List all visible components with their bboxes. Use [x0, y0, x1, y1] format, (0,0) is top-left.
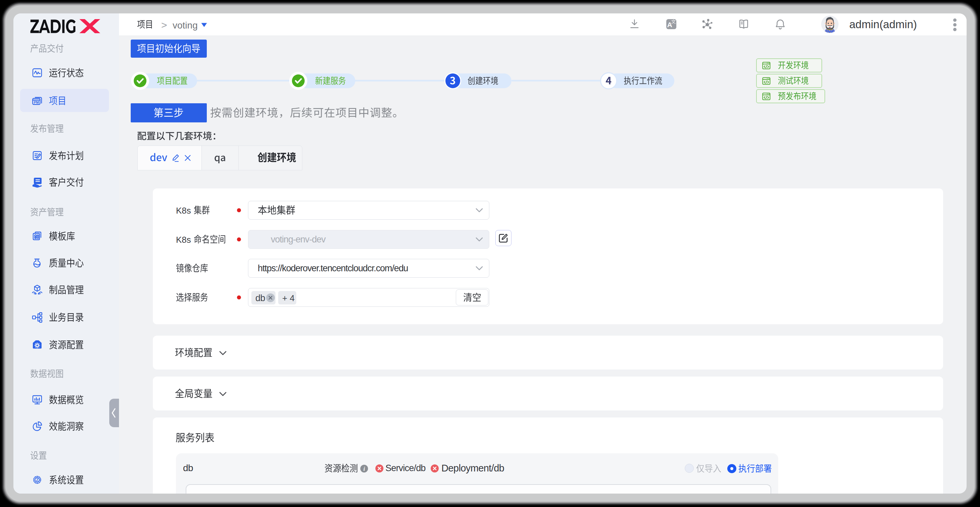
- svg-text:Z: Z: [36, 478, 38, 482]
- svg-text:A: A: [667, 21, 672, 29]
- svg-text:i: i: [363, 466, 365, 472]
- svg-text:PM: PM: [34, 100, 39, 104]
